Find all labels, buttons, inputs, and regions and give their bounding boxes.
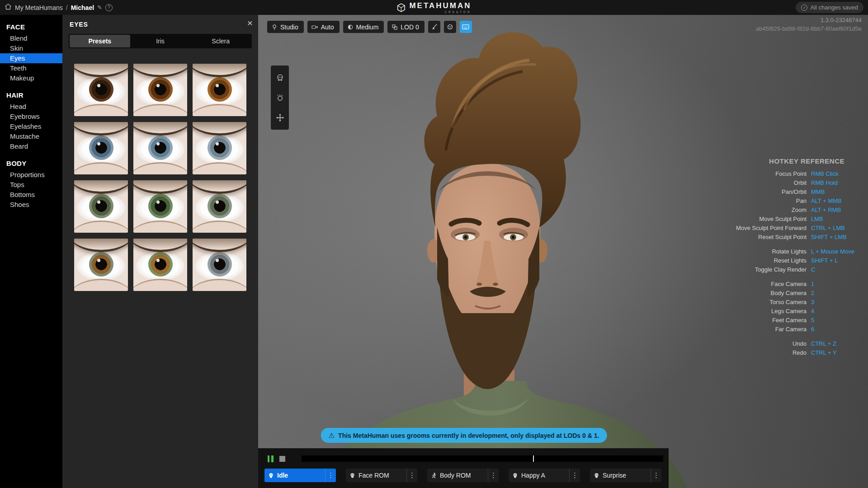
timeline-scrubber[interactable] [302, 455, 663, 462]
help-icon[interactable]: ? [105, 4, 113, 11]
pause-button[interactable] [264, 453, 276, 465]
hotkey-label: Redo [712, 348, 807, 357]
sidebar-item[interactable]: Skin [0, 43, 62, 53]
sidebar-item-label: Shoes [10, 201, 29, 208]
animation-label: Face ROM [359, 472, 406, 479]
eye-preset-thumbnail[interactable] [193, 122, 246, 174]
tab-presets[interactable]: Presets [70, 35, 130, 47]
sidebar-item[interactable]: Tops [0, 180, 62, 190]
eye-iris [89, 194, 113, 218]
hotkey-label: Orbit [712, 178, 807, 188]
lod-selector[interactable]: LOD 0 [387, 21, 424, 33]
kebab-menu-icon[interactable]: ⋮ [651, 469, 661, 482]
eye-preset-thumbnail[interactable] [74, 122, 128, 174]
stop-button[interactable] [276, 453, 288, 465]
close-icon[interactable]: × [247, 18, 253, 28]
hotkey-label: Pan/Orbit [712, 188, 807, 197]
hotkey-overlay-toggle[interactable] [460, 21, 472, 33]
eye-preset-thumbnail[interactable] [74, 64, 128, 116]
sidebar-item[interactable]: Eyes [0, 53, 62, 63]
eye-iris [89, 252, 113, 277]
eye-preset-thumbnail[interactable] [193, 180, 246, 233]
sidebar-item[interactable]: Proportions [0, 170, 62, 180]
build-id: ab45f829-bd98-f82d-8bb7-60aef60f1d5e [756, 24, 862, 33]
head-tool-button[interactable] [271, 68, 289, 88]
eye-brow-shadow [74, 122, 128, 132]
rename-icon[interactable]: ✎ [97, 4, 102, 11]
eye-iris [148, 252, 173, 277]
timeline-playhead[interactable] [533, 455, 534, 462]
metahuman-creator-app: My MetaHumans / Michael ✎ ? METAHUMAN CR… [0, 0, 868, 488]
hotkey-label: Feet Camera [712, 316, 807, 325]
sidebar-item[interactable]: Blend [0, 33, 62, 43]
sidebar-item-label: Makeup [10, 74, 34, 82]
eye-preset-thumbnail[interactable] [193, 64, 246, 116]
hotkey-row: Body Camera 2 [712, 289, 862, 298]
sidebar-item[interactable]: Mustache [0, 131, 62, 141]
eye-iris [89, 77, 113, 102]
eye-preset-thumbnail[interactable] [133, 239, 187, 291]
animation-happy-a-button[interactable]: Happy A ⋮ [509, 469, 580, 482]
texture-tool-button[interactable] [271, 88, 289, 108]
kebab-menu-icon[interactable]: ⋮ [569, 469, 580, 482]
sidebar-item[interactable]: Eyebrows [0, 112, 62, 122]
eye-preset-thumbnail[interactable] [133, 64, 187, 116]
move-tool-button[interactable] [271, 108, 289, 127]
kebab-menu-icon[interactable]: ⋮ [406, 469, 417, 482]
home-icon[interactable] [5, 3, 12, 12]
sidebar-item[interactable]: Eyelashes [0, 122, 62, 131]
eye-brow-shadow [193, 64, 246, 74]
hotkey-row: Face Camera 1 [712, 280, 862, 289]
sidebar-item[interactable]: Bottoms [0, 190, 62, 200]
quality-selector[interactable]: Medium [343, 21, 384, 33]
animation-face-rom-button[interactable]: Face ROM ⋮ [346, 469, 417, 482]
eye-brow-shadow [133, 122, 187, 132]
animation-surprise-button[interactable]: Surprise ⋮ [590, 469, 661, 482]
sidebar-item[interactable]: Shoes [0, 200, 62, 210]
hotkey-row: Pan ALT + MMB [712, 197, 862, 206]
tab-iris[interactable]: Iris [130, 35, 191, 47]
sidebar-item[interactable]: Teeth [0, 63, 62, 73]
eye-preset-thumbnail[interactable] [193, 239, 246, 291]
groom-preview-button[interactable] [444, 21, 456, 33]
environment-selector[interactable]: Studio [267, 21, 304, 33]
eye-preset-thumbnail[interactable] [133, 122, 187, 174]
skull-icon [264, 472, 277, 479]
kebab-menu-icon[interactable]: ⋮ [325, 469, 336, 482]
sidebar-item[interactable]: Head [0, 102, 62, 112]
eye-lower-lid [133, 279, 187, 291]
eye-brow-shadow [133, 180, 187, 191]
camera-mode-selector[interactable]: Auto [307, 21, 340, 33]
sidebar-item[interactable]: Beard [0, 141, 62, 151]
hotkey-value: CTRL + Z [811, 339, 862, 348]
brush-tool-button[interactable] [428, 21, 440, 33]
breadcrumb-root[interactable]: My MetaHumans [15, 4, 63, 11]
hotkey-row: Pan/Orbit MMB [712, 188, 862, 197]
hotkey-label: Reset Sculpt Point [712, 233, 807, 242]
eye-lower-lid [193, 104, 246, 116]
warning-icon: ⚠ [329, 432, 335, 440]
sidebar-item-label: Proportions [10, 171, 45, 178]
animation-idle-button[interactable]: Idle ⋮ [264, 469, 336, 482]
animation-label: Happy A [521, 472, 569, 479]
hotkey-value: 1 [811, 280, 862, 289]
sidebar-item-label: Eyebrows [10, 113, 40, 120]
grooms-notification-banner: ⚠ This MetaHuman uses grooms currently i… [321, 428, 607, 443]
viewport-3d[interactable]: Studio Auto Medium LOD 0 [258, 15, 868, 488]
sidebar-item-label: Teeth [10, 64, 27, 72]
skull-icon [590, 472, 603, 479]
hotkey-row: Rotate Lights L + Mouse Move [712, 247, 862, 256]
sidebar-item[interactable]: Makeup [0, 73, 62, 83]
eye-iris [208, 252, 232, 277]
tab-sclera[interactable]: Sclera [190, 35, 251, 47]
eye-lower-lid [133, 221, 187, 233]
eye-preset-thumbnail[interactable] [74, 180, 128, 233]
eye-lower-lid [74, 279, 128, 291]
hotkey-reference-title: HOTKEY REFERENCE [712, 157, 862, 165]
eye-preset-thumbnail[interactable] [74, 239, 128, 291]
animation-body-rom-button[interactable]: Body ROM ⋮ [427, 469, 499, 482]
hotkey-label: Face Camera [712, 280, 807, 289]
eye-preset-thumbnail[interactable] [133, 180, 187, 233]
sidebar-section-face: FACE [6, 23, 62, 31]
kebab-menu-icon[interactable]: ⋮ [488, 469, 499, 482]
